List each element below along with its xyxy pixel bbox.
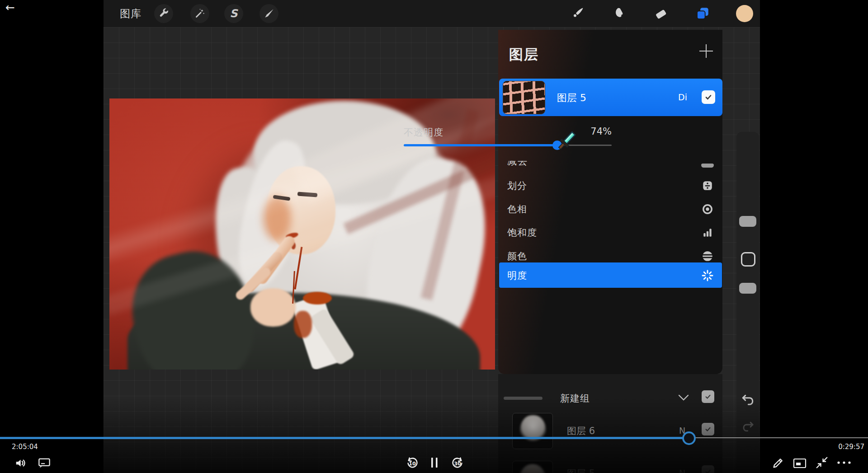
layer-name: 图层 6 [567, 425, 595, 437]
screen: 图库 S [0, 0, 868, 473]
wrench-icon [158, 8, 170, 19]
redo-button[interactable] [741, 420, 755, 434]
pause-icon [429, 456, 440, 469]
hand [250, 288, 296, 327]
blend-mode-label: 颜色 [507, 250, 527, 262]
layers-panel-title: 图层 [509, 45, 539, 64]
subtract-icon-clipped [701, 164, 714, 168]
eraser-icon [654, 7, 668, 20]
check-icon [705, 393, 711, 400]
elapsed-time: 2:05:04 [12, 443, 38, 451]
more-options-button[interactable] [835, 460, 853, 465]
blend-mode-label: 划分 [507, 179, 527, 192]
remaining-time: 0:29:57 [819, 443, 864, 451]
opacity-label: 不透明度 [404, 126, 443, 139]
exit-fullscreen-button[interactable] [815, 456, 829, 469]
layer-row-5b-partial[interactable]: 图层 5 N [499, 457, 722, 473]
blend-mode-divide[interactable]: 划分 [499, 174, 722, 197]
volume-icon [14, 456, 28, 470]
blend-mode-partial-row[interactable]: 减去 [507, 161, 706, 168]
back-button[interactable]: ← [5, 1, 15, 14]
group-visibility-checkbox[interactable] [702, 390, 714, 403]
add-layer-button[interactable] [699, 44, 713, 58]
progress-filled-track[interactable] [0, 437, 689, 439]
group-row[interactable]: 新建组 [499, 387, 722, 410]
color-swatch-icon [736, 5, 753, 22]
undo-button[interactable] [741, 393, 755, 407]
eraser-button[interactable] [651, 4, 671, 23]
luminosity-icon [701, 269, 714, 282]
brush-opacity-slider-handle[interactable] [739, 283, 756, 294]
brush-size-slider-handle[interactable] [739, 216, 756, 227]
pause-button[interactable] [429, 456, 440, 469]
modify-button[interactable] [741, 252, 755, 267]
forward-label: 30 [454, 461, 461, 467]
layer-name: 图层 5 [567, 467, 595, 473]
check-icon [705, 468, 711, 473]
saturation-icon [701, 226, 714, 239]
layer-visibility-checkbox[interactable] [702, 465, 714, 473]
subtitles-icon [38, 457, 51, 469]
divide-icon [701, 179, 714, 192]
blend-mode-hue[interactable]: 色相 [499, 197, 722, 221]
thumbnail-grid-art [503, 81, 545, 114]
layer-visibility-checkbox[interactable] [702, 423, 714, 436]
layer-visibility-checkbox[interactable] [702, 90, 715, 104]
actions-wrench-button[interactable] [154, 4, 173, 23]
thumbnail-face-art [519, 464, 546, 473]
layers-icon [695, 6, 710, 21]
selection-button[interactable]: S [224, 4, 243, 23]
layers-button[interactable] [693, 4, 712, 23]
check-icon [705, 426, 711, 432]
color-icon [701, 249, 714, 263]
chevron-down-icon[interactable] [678, 394, 689, 401]
annotate-button[interactable] [771, 456, 785, 470]
sword-cursor [556, 130, 576, 154]
blend-mode-label: 明度 [507, 269, 527, 282]
artwork-canvas[interactable] [109, 98, 495, 370]
progress-remaining-track[interactable] [695, 437, 868, 438]
gallery-button[interactable]: 图库 [120, 7, 142, 21]
layer-thumbnail [512, 413, 553, 449]
layer-thumbnail [512, 461, 553, 473]
redo-icon [741, 420, 755, 434]
hue-icon [701, 202, 714, 216]
video-frame: 图库 S [104, 0, 760, 473]
pip-button[interactable] [793, 458, 807, 469]
group-name: 新建组 [560, 392, 590, 405]
magic-wand-icon [194, 8, 206, 19]
layer-thumbnail [503, 81, 545, 114]
procreate-toolbar: 图库 S [104, 0, 760, 27]
progress-handle[interactable] [682, 431, 696, 445]
layer-name: 图层 5 [557, 91, 586, 105]
smudge-button[interactable] [609, 4, 629, 23]
blend-mode-abbr[interactable]: N [679, 468, 685, 473]
blend-mode-label: 饱和度 [507, 226, 537, 239]
brush-sidebar [736, 132, 759, 473]
volume-button[interactable] [14, 456, 28, 470]
layer-row-6[interactable]: 图层 6 N [499, 409, 722, 453]
pencil-icon [771, 456, 785, 470]
blend-mode-saturation[interactable]: 饱和度 [499, 221, 722, 244]
collapse-arrows-icon [815, 456, 829, 469]
blood-hand [303, 292, 332, 304]
pip-icon [793, 458, 807, 469]
rewind-10-button[interactable]: 10 [405, 455, 420, 470]
transform-arrow-icon [263, 8, 275, 19]
blend-mode-abbr[interactable]: Di [678, 92, 687, 102]
color-swatch-button[interactable] [735, 4, 755, 23]
rewind-label: 10 [409, 461, 416, 467]
subtitles-button[interactable] [38, 457, 51, 469]
opacity-slider-fill [404, 144, 557, 146]
thumbnail-hair-art [520, 415, 546, 449]
blood-hand-2 [294, 311, 312, 338]
undo-icon [741, 393, 755, 407]
brush-button[interactable] [567, 4, 587, 23]
layer-row-selected[interactable]: 图层 5 Di [499, 79, 722, 116]
check-icon [705, 94, 712, 101]
forward-30-button[interactable]: 30 [450, 455, 465, 470]
adjustments-wand-button[interactable] [190, 4, 209, 23]
transform-button[interactable] [259, 4, 278, 23]
blend-mode-luminosity[interactable]: 明度 [499, 264, 722, 287]
more-dots-icon [835, 460, 853, 465]
